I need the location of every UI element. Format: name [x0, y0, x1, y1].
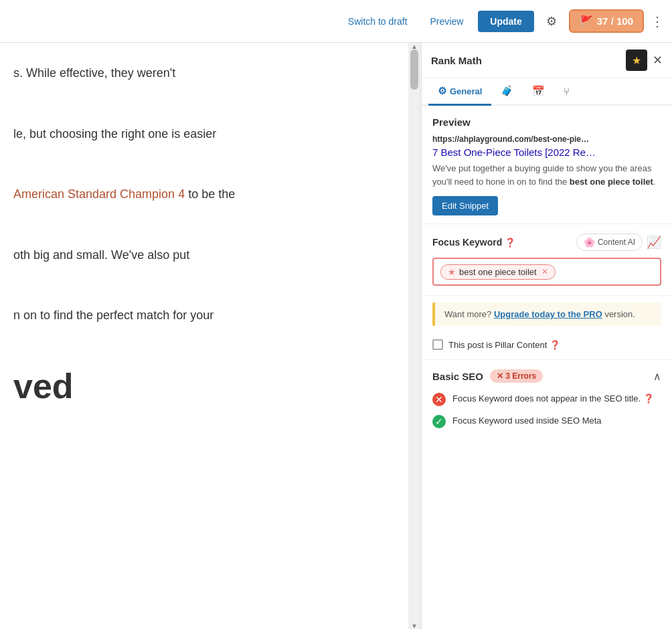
- focus-keyword-label: Focus Keyword ❓: [432, 237, 515, 248]
- advanced-icon: ⑂: [564, 86, 570, 97]
- gear-icon[interactable]: ⚙: [541, 11, 562, 31]
- scroll-down-arrow[interactable]: ▼: [408, 622, 420, 629]
- content-text-3: American Standard Champion 4 to be the: [13, 187, 235, 201]
- content-text-1: s. While effective, they weren't: [13, 66, 175, 80]
- focus-keyword-text: Focus Keyword: [432, 237, 502, 248]
- sidebar-header-actions: ★ ✕: [626, 50, 663, 71]
- scroll-strip[interactable]: ▲ ▼: [408, 43, 420, 629]
- keyword-star-icon: ★: [448, 267, 456, 277]
- content-ai-icon: 🌸: [584, 237, 595, 248]
- preview-url-base: https://ahplayground.com/: [432, 134, 533, 144]
- preview-description: We've put together a buying guide to sho…: [432, 162, 661, 188]
- upgrade-link[interactable]: Upgrade today to the PRO: [494, 309, 602, 319]
- basic-seo-title-row: Basic SEO ✕ 3 Errors: [432, 369, 543, 383]
- preview-url-bold: best-one-pie…: [533, 134, 589, 144]
- content-ai-button[interactable]: 🌸 Content AI: [576, 234, 643, 251]
- edit-snippet-button[interactable]: Edit Snippet: [432, 196, 498, 215]
- pillar-content-section: This post is Pillar Content ❓: [422, 333, 672, 360]
- focus-keyword-section: Focus Keyword ❓ 🌸 Content AI 📈 ★ best on…: [422, 224, 672, 296]
- pillar-label-text: This post is Pillar Content: [448, 340, 547, 350]
- preview-title[interactable]: 7 Best One-Piece Toilets [2022 Re…: [432, 147, 661, 158]
- content-line-2: le, but choosing the right one is easier: [13, 124, 408, 145]
- focus-keyword-help-icon[interactable]: ❓: [505, 238, 515, 248]
- content-line-1: s. While effective, they weren't: [13, 63, 408, 84]
- content-text-2: le, but choosing the right one is easier: [13, 127, 216, 141]
- seo-item-text-1: Focus Keyword does not appear in the SEO…: [452, 392, 654, 406]
- seo-success-icon-2: ✓: [432, 415, 446, 428]
- pillar-checkbox[interactable]: [432, 339, 443, 350]
- score-value: 37 / 100: [597, 15, 633, 27]
- switch-to-draft-button[interactable]: Switch to draft: [340, 11, 416, 32]
- seo-items-list: ✕ Focus Keyword does not appear in the S…: [432, 392, 661, 428]
- content-text-3-post: to be the: [188, 187, 235, 201]
- keyword-tag: ★ best one piece toilet ✕: [440, 264, 556, 280]
- trend-icon[interactable]: 📈: [647, 235, 661, 250]
- content-text-4: oth big and small. We've also put: [13, 248, 189, 262]
- seo-item-1: ✕ Focus Keyword does not appear in the S…: [432, 392, 661, 406]
- keyword-remove-icon[interactable]: ✕: [541, 267, 548, 276]
- tab-general-label: General: [450, 86, 482, 96]
- content-line-5: n on to find the perfect match for your: [13, 305, 408, 326]
- sidebar-close-button[interactable]: ✕: [653, 53, 663, 68]
- pillar-help-icon[interactable]: ❓: [550, 340, 560, 350]
- content-big-text: ved: [13, 366, 408, 406]
- pillar-label: This post is Pillar Content ❓: [448, 340, 560, 350]
- sidebar-header: Rank Math ★ ✕: [422, 43, 672, 78]
- upgrade-version-text: version.: [604, 309, 635, 319]
- content-line-4: oth big and small. We've also put: [13, 245, 408, 266]
- american-standard-link[interactable]: American Standard Champion 4: [13, 187, 185, 201]
- seo-item-1-help-icon[interactable]: ❓: [643, 393, 654, 403]
- basic-seo-header[interactable]: Basic SEO ✕ 3 Errors ∧: [432, 369, 661, 383]
- sidebar-tab-nav: ⚙ General 🧳 📅 ⑂: [422, 78, 672, 106]
- main-content-area: s. While effective, they weren't le, but…: [0, 43, 422, 629]
- preview-desc-bold: best one piece toilet: [570, 177, 653, 187]
- score-button[interactable]: 🚩 37 / 100: [569, 9, 644, 33]
- scroll-thumb[interactable]: [410, 50, 418, 90]
- upgrade-text-before: Want more?: [444, 309, 491, 319]
- focus-keyword-header: Focus Keyword ❓ 🌸 Content AI 📈: [432, 234, 661, 251]
- seo-error-icon-1: ✕: [432, 393, 446, 406]
- update-button[interactable]: Update: [478, 11, 533, 32]
- tab-social[interactable]: 🧳: [491, 78, 523, 106]
- rank-math-sidebar: Rank Math ★ ✕ ⚙ General 🧳 📅 ⑂ Preview ht…: [421, 43, 672, 629]
- flag-icon: 🚩: [580, 15, 593, 27]
- tab-advanced[interactable]: ⑂: [554, 79, 579, 106]
- basic-seo-title: Basic SEO: [432, 371, 483, 382]
- content-text-5: n on to find the perfect match for your: [13, 308, 214, 322]
- seo-item-2: ✓ Focus Keyword used inside SEO Meta: [432, 414, 661, 428]
- preview-url: https://ahplayground.com/best-one-pie…: [432, 134, 661, 144]
- preview-label: Preview: [432, 116, 661, 128]
- sidebar-star-button[interactable]: ★: [626, 50, 647, 71]
- preview-section: Preview https://ahplayground.com/best-on…: [422, 106, 672, 224]
- keyword-value: best one piece toilet: [459, 267, 537, 277]
- content-big-word: ved: [13, 367, 74, 406]
- keyword-actions: 🌸 Content AI 📈: [576, 234, 661, 251]
- sidebar-title: Rank Math: [431, 55, 482, 66]
- preview-button[interactable]: Preview: [422, 11, 472, 32]
- keyword-tag-input[interactable]: ★ best one piece toilet ✕: [432, 258, 661, 286]
- more-options-button[interactable]: ⋮: [651, 13, 664, 29]
- preview-desc-end: .: [653, 177, 656, 187]
- content-ai-label: Content AI: [598, 238, 635, 247]
- scroll-up-arrow[interactable]: ▲: [408, 43, 420, 50]
- content-line-3: American Standard Champion 4 to be the: [13, 184, 408, 205]
- toolbar: Switch to draft Preview Update ⚙ 🚩 37 / …: [0, 0, 672, 43]
- error-badge: ✕ 3 Errors: [490, 369, 543, 383]
- seo-item-text-2: Focus Keyword used inside SEO Meta: [452, 414, 602, 428]
- general-icon: ⚙: [438, 85, 446, 97]
- basic-seo-section: Basic SEO ✕ 3 Errors ∧ ✕ Focus Keyword d…: [422, 360, 672, 438]
- schema-icon: 📅: [532, 85, 545, 97]
- upgrade-notice: Want more? Upgrade today to the PRO vers…: [432, 302, 661, 326]
- tab-general[interactable]: ⚙ General: [428, 78, 491, 106]
- social-icon: 🧳: [501, 85, 513, 97]
- error-badge-text: ✕ 3 Errors: [497, 371, 536, 381]
- chevron-up-icon[interactable]: ∧: [653, 370, 661, 383]
- tab-schema[interactable]: 📅: [523, 78, 554, 106]
